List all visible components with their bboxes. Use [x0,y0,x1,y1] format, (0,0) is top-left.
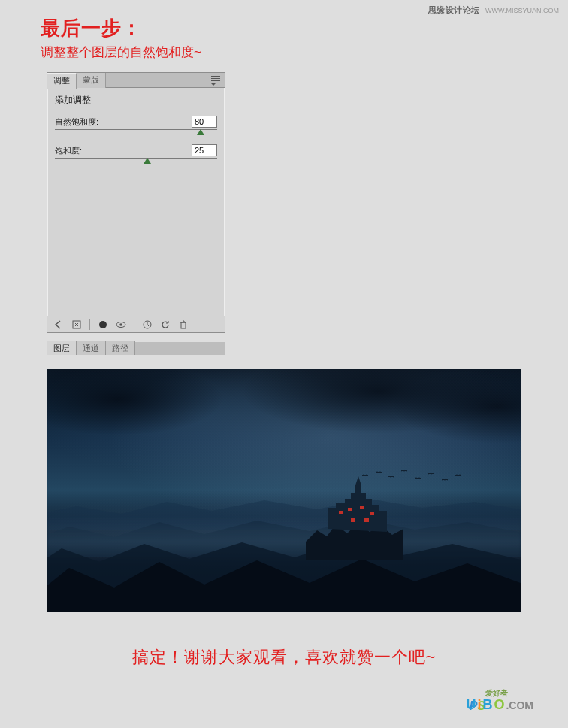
top-watermark-url: WWW.MISSYUAN.COM [485,7,559,14]
tab-layers[interactable]: 图层 [47,341,77,355]
panel-bottom-bar [47,316,225,332]
adjustments-panel: 调整 蒙版 添加调整 自然饱和度: 饱和度: [47,72,225,333]
visibility-icon[interactable] [116,319,126,330]
result-image [47,369,521,612]
vibrance-thumb[interactable] [197,129,204,135]
saturation-input[interactable] [192,144,217,156]
clip-icon[interactable] [142,319,153,330]
svg-rect-6 [339,511,343,514]
reset-icon[interactable] [160,319,171,330]
saturation-label: 饱和度: [55,145,82,156]
panel-body: 添加调整 自然饱和度: 饱和度: [47,88,225,316]
panel-tabs: 调整 蒙版 [47,73,225,88]
panel-body-title: 添加调整 [55,94,217,107]
saturation-thumb[interactable] [144,158,151,164]
tab-mask[interactable]: 蒙版 [77,73,106,88]
vibrance-slider[interactable] [55,129,217,138]
tab-paths[interactable]: 路径 [106,341,135,355]
back-arrow-icon[interactable] [53,319,64,330]
uibo-watermark: 爱好者 UiBO.COM [466,697,533,713]
vibrance-input[interactable] [192,116,217,128]
step-subtitle: 调整整个图层的自然饱和度~ [41,44,201,61]
step-title: 最后一步： [41,15,142,41]
tab-channels[interactable]: 通道 [77,341,106,355]
svg-rect-9 [370,512,374,515]
svg-rect-10 [351,518,355,522]
saturation-slider[interactable] [55,158,217,167]
closing-text: 搞定！谢谢大家观看，喜欢就赞一个吧~ [0,646,568,669]
svg-rect-5 [181,322,186,328]
trash-icon[interactable] [178,319,189,330]
vibrance-label: 自然饱和度: [55,116,98,128]
svg-rect-11 [364,518,369,522]
svg-rect-8 [360,506,364,509]
saturation-row: 饱和度: [55,144,217,167]
svg-point-1 [99,321,107,328]
panel-menu-icon[interactable] [211,76,220,83]
top-watermark-label: 思缘设计论坛 [428,5,480,14]
svg-point-3 [119,323,122,326]
top-watermark: 思缘设计论坛 WWW.MISSYUAN.COM [428,5,559,16]
tab-adjust[interactable]: 调整 [47,73,77,89]
vibrance-row: 自然饱和度: [55,116,217,138]
circle-mask-icon[interactable] [98,319,108,330]
layers-panel-tabs: 图层 通道 路径 [47,342,225,355]
castle-silhouette [306,470,403,560]
svg-rect-7 [348,508,352,511]
expand-icon[interactable] [71,319,82,330]
